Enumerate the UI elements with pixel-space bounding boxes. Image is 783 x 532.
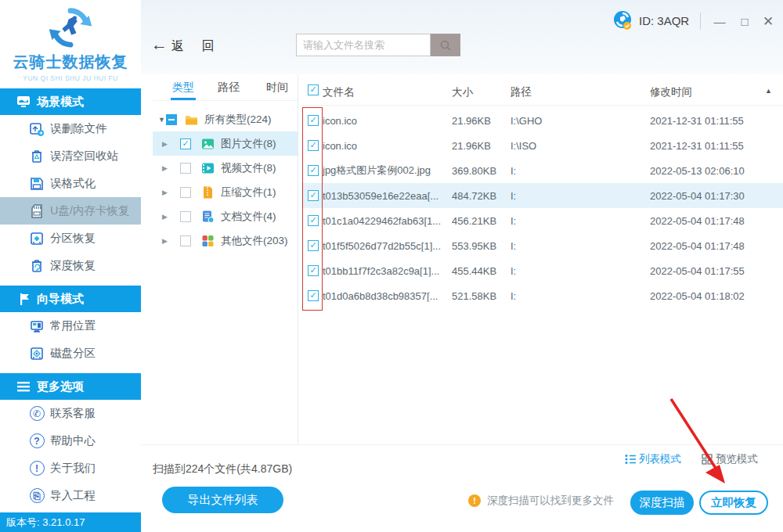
sidebar-item-contact-support[interactable]: ✆ 联系客服 [0,400,141,427]
search-button[interactable] [431,34,460,56]
tree-node-document-files[interactable]: ▶ 文档文件(4) [153,204,298,228]
sidebar-item-emptied-recycle-bin[interactable]: 误清空回收站 [0,142,141,170]
tree-node-other-files[interactable]: ▶ 其他文件(203) [153,228,298,253]
section-label: 向导模式 [37,292,84,307]
panel-divider [298,74,298,444]
sd-card-icon [28,203,45,220]
hard-disk-icon [28,230,45,247]
column-header-path[interactable]: 路径 [511,85,532,99]
table-row[interactable]: t01c1a04229462fab63[1... 456.21KB I: 202… [301,208,783,233]
sidebar-item-formatted-recovery[interactable]: 误格式化 [0,170,141,197]
recycle-bin-icon [28,148,45,165]
sidebar-item-label: 磁盘分区 [50,346,96,361]
row-checkbox[interactable] [308,215,319,226]
deep-scan-button[interactable]: 深度扫描 [630,491,694,515]
table-row[interactable]: jpg格式图片案例002.jpg 369.80KB I: 2022-05-13 … [301,158,783,183]
sidebar-item-help-center[interactable]: ? 帮助中心 [0,427,141,455]
sidebar-item-label: 联系客服 [50,406,96,421]
back-arrow-icon[interactable]: ← [151,35,168,54]
sidebar-item-label: 分区恢复 [50,231,96,246]
table-row-selected[interactable]: t013b53059e16e22eaa[... 484.72KB I: 2022… [301,183,783,208]
sidebar-item-label: 误删除文件 [50,121,107,136]
more-options-icon [16,379,31,394]
document-file-icon [201,210,215,223]
table-row[interactable]: t01bb11f7f2c3a82c9a[1]... 455.44KB I: 20… [301,258,783,283]
expand-icon[interactable]: ▶ [162,189,168,196]
app-badge-icon [612,10,633,31]
checkbox-checked[interactable] [180,138,191,149]
row-checkbox[interactable] [308,190,319,201]
close-button[interactable]: ✕ [760,13,777,30]
checkbox-unchecked[interactable] [180,163,191,174]
expand-icon[interactable]: ▶ [162,237,168,245]
sidebar-item-common-locations[interactable]: 常用位置 [0,312,141,340]
collapse-icon[interactable]: ▼ [158,116,165,124]
table-row[interactable]: t01d0a6b8d38cb98357[... 521.58KB I: 2022… [301,283,783,308]
exclamation-icon: ! [28,460,45,477]
list-mode-icon [625,454,636,465]
table-row[interactable]: t01f5f5026d77d2b55c[1]... 553.95KB I: 20… [301,233,783,258]
table-row[interactable]: icon.ico 21.96KB I:\ISO 2021-12-31 01:11… [301,133,783,158]
recover-now-button[interactable]: 立即恢复 [699,491,768,515]
list-mode-toggle[interactable]: 列表模式 [625,452,681,466]
tree-node-image-files[interactable]: ▶ 图片文件(8) [153,131,298,156]
maximize-button[interactable]: □ [736,13,753,30]
sidebar-item-deep-recovery[interactable]: 深度恢复 [0,252,141,279]
checkbox-unchecked[interactable] [180,211,191,222]
column-header-filename[interactable]: 文件名 [323,85,355,99]
sidebar-item-import-project[interactable]: ⎘ 导入工程 [0,482,141,509]
section-label: 场景模式 [37,95,84,110]
back-button[interactable]: 返 回 [171,38,221,55]
monitor-icon [28,318,45,335]
sort-ascending-icon[interactable]: ▲ [765,87,772,95]
phone-icon: ✆ [28,405,45,422]
row-checkbox[interactable] [308,265,319,276]
tab-path[interactable]: 路径 [218,81,240,95]
search-input[interactable] [296,34,431,56]
checkbox-indeterminate[interactable] [166,114,177,125]
column-header-size[interactable]: 大小 [452,85,473,99]
section-label: 更多选项 [37,379,84,394]
expand-icon[interactable]: ▶ [162,213,168,221]
sidebar: 云骑士数据恢复 YUN QI SHI SHU JU HUI FU 场景模式 误删… [0,0,141,532]
table-row[interactable]: icon.ico 21.96KB I:\GHO 2021-12-31 01:11… [301,108,783,133]
row-checkbox[interactable] [308,290,319,301]
main-panel: ID: 3AQR — □ ✕ ← 返 回 类型 路径 时间 ▼ [141,0,783,532]
tab-type[interactable]: 类型 [172,81,194,95]
footer-bar: 列表模式 预览模式 扫描到224个文件(共4.87GB) 导出文件列表 ! 深度… [141,444,783,532]
session-id-label: ID: 3AQR [639,14,689,27]
tree-node-all-types[interactable]: ▼ 所有类型(224) [153,107,298,131]
sidebar-item-label: 误格式化 [50,176,96,191]
app-title: 云骑士数据恢复 [0,52,141,73]
sidebar-item-partition-recovery[interactable]: 分区恢复 [0,225,141,252]
section-wizard-mode: 向导模式 [0,286,141,312]
column-header-mtime[interactable]: 修改时间 [650,85,692,99]
tree-node-archive-files[interactable]: ▶ 压缩文件(1) [153,180,298,204]
sidebar-item-about-us[interactable]: ! 关于我们 [0,455,141,482]
sidebar-item-undelete-files[interactable]: 误删除文件 [0,115,141,142]
other-files-icon [201,234,215,247]
export-file-list-button[interactable]: 导出文件列表 [162,487,283,513]
tab-time[interactable]: 时间 [266,81,288,95]
row-checkbox[interactable] [308,165,319,176]
tree-node-video-files[interactable]: ▶ 视频文件(8) [153,156,298,180]
section-scene-mode: 场景模式 [0,88,141,115]
sidebar-item-label: U盘/内存卡恢复 [50,203,130,218]
sidebar-item-disk-partitions[interactable]: 磁盘分区 [0,340,141,367]
minimize-button[interactable]: — [711,13,728,30]
expand-icon[interactable]: ▶ [162,164,168,172]
select-all-checkbox[interactable] [308,84,319,95]
sidebar-item-label: 深度恢复 [50,258,96,273]
row-checkbox[interactable] [308,240,319,251]
preview-mode-toggle[interactable]: 预览模式 [702,452,758,466]
file-type-tree: 类型 路径 时间 ▼ 所有类型(224) ▶ 图片文件(8) [153,74,298,444]
expand-icon[interactable]: ▶ [162,140,168,148]
question-icon: ? [28,433,45,450]
checkbox-unchecked[interactable] [180,235,191,246]
search-icon [439,39,452,52]
sidebar-item-label: 误清空回收站 [50,149,118,164]
checkbox-unchecked[interactable] [180,187,191,198]
row-checkbox[interactable] [308,115,319,126]
row-checkbox[interactable] [308,140,319,151]
sidebar-item-usb-sd-recovery[interactable]: U盘/内存卡恢复 [0,197,141,225]
